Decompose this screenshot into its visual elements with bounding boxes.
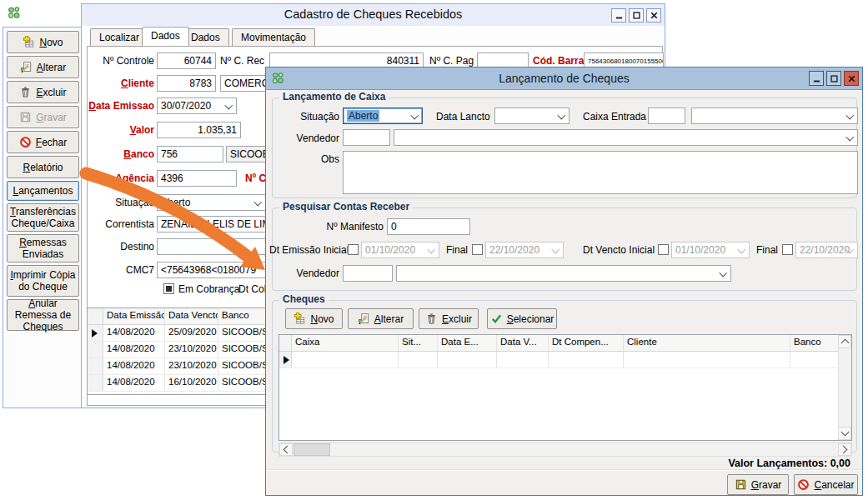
situacao-combo[interactable]: Aberto [157, 194, 266, 211]
dt-emissao-inicial-checkbox[interactable] [348, 244, 359, 255]
scroll-down-button[interactable] [838, 427, 851, 440]
cheque-novo-button[interactable]: Novo [285, 308, 343, 329]
cliente-code-field[interactable]: 8783 [157, 75, 216, 92]
col-data-vencto[interactable]: Data V... [497, 335, 549, 351]
data-emissao-combo[interactable]: 30/07/2020 [157, 98, 237, 114]
cancel-icon [797, 478, 810, 491]
cancelar-button[interactable]: Cancelar [794, 474, 858, 495]
no-manifesto-field[interactable]: 0 [387, 218, 470, 235]
chevron-down-icon [552, 247, 559, 254]
dt-vencto-inicial-checkbox[interactable] [658, 244, 669, 255]
dt-vencto-inicial-combo[interactable]: 01/10/2020 [671, 242, 750, 258]
em-cobranca-checkbox[interactable] [163, 283, 174, 294]
situacao-label: Situação [83, 197, 154, 208]
transferencias-button[interactable]: Transferências Cheque/Caixa [7, 203, 79, 232]
dt-vencto-final-combo[interactable]: 22/10/2020 [795, 242, 858, 258]
no-c-rec-label: Nº C. Rec [220, 55, 264, 67]
cell: 14/08/2020 [103, 342, 165, 358]
close-button[interactable] [646, 8, 661, 22]
scrollbar-thumb[interactable] [294, 443, 330, 456]
cheque-excluir-button[interactable]: Excluir [419, 308, 479, 329]
dt-emissao-final-checkbox[interactable] [472, 244, 483, 255]
valor-field[interactable]: 1.035,31 [157, 122, 241, 138]
dt-vencto-inicial-label: Dt Vencto Inicial [583, 244, 655, 256]
dialog-close-button[interactable] [844, 71, 859, 86]
horizontal-scrollbar[interactable] [278, 442, 852, 457]
cliente-label: Cliente [83, 78, 154, 89]
new-icon [23, 36, 35, 48]
row-selector [88, 358, 103, 374]
vendedor-code-field[interactable] [343, 129, 390, 146]
cell [624, 352, 790, 368]
fechar-button[interactable]: Fechar [7, 131, 79, 153]
dialog-maximize-button[interactable] [826, 71, 841, 86]
scroll-right-button[interactable] [838, 443, 851, 456]
situacao-label: Situação [273, 111, 339, 122]
scroll-left-button[interactable] [279, 443, 293, 456]
maximize-button[interactable] [629, 8, 644, 22]
main-window-title: Cadastro de Cheques Recebidos [82, 8, 665, 21]
banco-code-field[interactable]: 756 [157, 146, 223, 162]
group-lancamento-de-caixa: Lançamento de Caixa Situação Aberto Data… [272, 98, 857, 198]
tab-dados[interactable]: Dados [142, 27, 189, 46]
tab-localizar[interactable]: Localizar [90, 28, 148, 46]
caixa-entrada-code-field[interactable] [648, 108, 685, 124]
grid-header-row: Caixa Sit... Data E... Data V... Dt Comp… [279, 335, 851, 352]
chevron-down-icon [720, 270, 727, 278]
dt-emissao-final-combo[interactable]: 22/10/2020 [485, 242, 564, 258]
dt-vencto-final-label: Final [756, 244, 778, 256]
col-data-emissao[interactable]: Data E... [438, 335, 497, 351]
col-data-vencto[interactable]: Data Vencto [165, 308, 218, 324]
no-controle-field[interactable]: 60744 [157, 52, 216, 69]
scroll-up-button[interactable] [838, 335, 851, 348]
col-data-emissao[interactable]: Data Emissão [103, 308, 165, 324]
save-icon [19, 111, 32, 123]
minimize-button[interactable] [611, 8, 626, 22]
gravar-button[interactable]: Gravar [727, 474, 789, 495]
alterar-button[interactable]: Alterar [7, 56, 79, 78]
dialog-minimize-button[interactable] [809, 71, 824, 86]
situacao-combo[interactable]: Aberto [343, 108, 423, 124]
obs-textarea[interactable] [343, 151, 858, 194]
anular-remessa-button[interactable]: Anular Remessa de Cheques [7, 299, 79, 331]
cell [399, 352, 438, 368]
caixa-entrada-combo[interactable] [691, 108, 858, 124]
table-row-empty[interactable] [279, 352, 851, 368]
vendedor-combo[interactable] [394, 129, 858, 146]
imprimir-copia-button[interactable]: Imprimir Cópia do Cheque [7, 265, 79, 297]
tab-movimentacao[interactable]: Movimentação [232, 28, 315, 46]
desktop: Cadastro de Cheques Recebidos Localizar … [0, 0, 868, 500]
chevron-down-icon [846, 112, 854, 120]
data-lancto-combo[interactable] [494, 108, 569, 124]
col-caixa[interactable]: Caixa [292, 335, 399, 351]
cheque-selecionar-button[interactable]: Selecionar [487, 308, 557, 329]
relatorio-button[interactable]: Relatório [7, 156, 79, 178]
agencia-field[interactable]: 4396 [157, 170, 237, 187]
cheque-alterar-button[interactable]: Alterar [348, 308, 414, 329]
app-logo-icon [7, 5, 22, 20]
col-banco[interactable]: Banco [790, 335, 839, 351]
row-selector-header [279, 335, 292, 351]
delete-icon [425, 312, 438, 325]
vertical-scrollbar[interactable] [838, 335, 851, 440]
dt-vencto-final-checkbox[interactable] [782, 244, 793, 255]
gravar-button[interactable]: Gravar [7, 106, 79, 128]
no-c-pag-label: Nº C. Pag [429, 55, 474, 67]
excluir-button[interactable]: Excluir [7, 81, 79, 103]
vendedor-code-field[interactable] [343, 265, 393, 282]
banco-label: Banco [83, 148, 154, 160]
lancamentos-button[interactable]: Lançamentos [7, 181, 79, 201]
col-situacao[interactable]: Sit... [399, 335, 438, 351]
group-title: Cheques [279, 293, 329, 305]
chevron-down-icon [738, 247, 745, 254]
vendedor-combo[interactable] [396, 265, 731, 282]
cell: 14/08/2020 [103, 325, 165, 341]
cell [549, 352, 624, 368]
col-cliente[interactable]: Cliente [624, 335, 790, 351]
minimize-icon [614, 10, 625, 21]
dt-emissao-inicial-combo[interactable]: 01/10/2020 [361, 242, 439, 258]
col-dt-compensacao[interactable]: Dt Compen... [549, 335, 624, 351]
remessas-enviadas-button[interactable]: Remessas Enviadas [7, 234, 79, 262]
caixa-entrada-label: Caixa Entrada [583, 111, 646, 122]
novo-button[interactable]: Novo [7, 31, 79, 53]
